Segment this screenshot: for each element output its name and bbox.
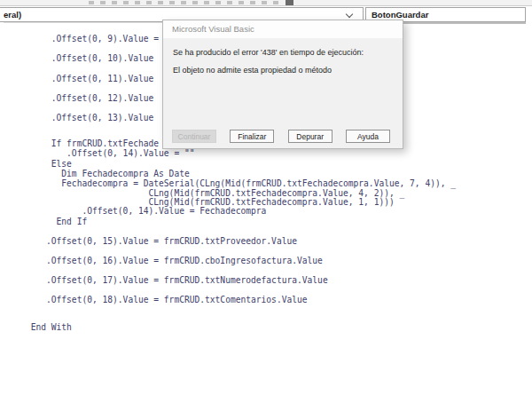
code-line: End If [0, 217, 87, 226]
toolbar-overflow-icon[interactable] [286, 0, 293, 5]
chevron-down-icon[interactable] [346, 11, 353, 18]
dialog-title: Microsoft Visual Basic [163, 20, 403, 38]
dialog-button-ayuda[interactable]: Ayuda [346, 130, 390, 143]
code-line: Fechadecompra = DateSerial(CLng(Mid(frmC… [0, 178, 456, 188]
dialog-button-depurar[interactable]: Depurar [288, 130, 332, 143]
code-line: .Offset(0, 12).Value [0, 93, 159, 103]
error-dialog: Microsoft Visual Basic Se ha producido e… [162, 20, 403, 149]
code-line: .Offset(0, 15).Value = frmCRUD.txtProvee… [0, 236, 297, 246]
code-line: .Offset(0, 16).Value = frmCRUD.cboIngres… [0, 256, 323, 265]
object-dropdown-value: eral) [4, 10, 21, 20]
code-line: Dim Fechadecompra As Date [0, 169, 190, 178]
error-message-line2: El objeto no admite esta propiedad o mét… [173, 66, 332, 75]
code-line: .Offset(0, 9).Value = [0, 34, 164, 43]
error-message-line1: Se ha producido el error '438' en tiempo… [173, 48, 364, 57]
code-line: .Offset(0, 18).Value = frmCRUD.txtComent… [0, 295, 308, 304]
code-line: End With [0, 322, 72, 332]
code-line: .Offset(0, 13).Value [0, 113, 159, 122]
dialog-button-continuar: Continuar [172, 130, 216, 143]
toolbar-icons-strip [89, 1, 284, 4]
dialog-button-finalizar[interactable]: Finalizar [230, 130, 274, 143]
dialog-buttons: ContinuarFinalizarDepurarAyuda [172, 130, 390, 143]
code-line: If frmCRUD.txtFechade [0, 138, 159, 148]
procedure-dropdown-value: BotonGuardar [372, 10, 428, 20]
code-line: .Offset(0, 11).Value [0, 74, 159, 83]
code-line: .Offset(0, 10).Value [0, 53, 159, 63]
toolbar-clipped-strip [0, 0, 532, 6]
code-line: .Offset(0, 14).Value = "" [0, 148, 195, 158]
code-line: Else [0, 159, 72, 169]
code-line: .Offset(0, 17).Value = frmCRUD.txtNumero… [0, 275, 328, 285]
code-line: .Offset(0, 14).Value = Fechadecompra [0, 206, 266, 216]
